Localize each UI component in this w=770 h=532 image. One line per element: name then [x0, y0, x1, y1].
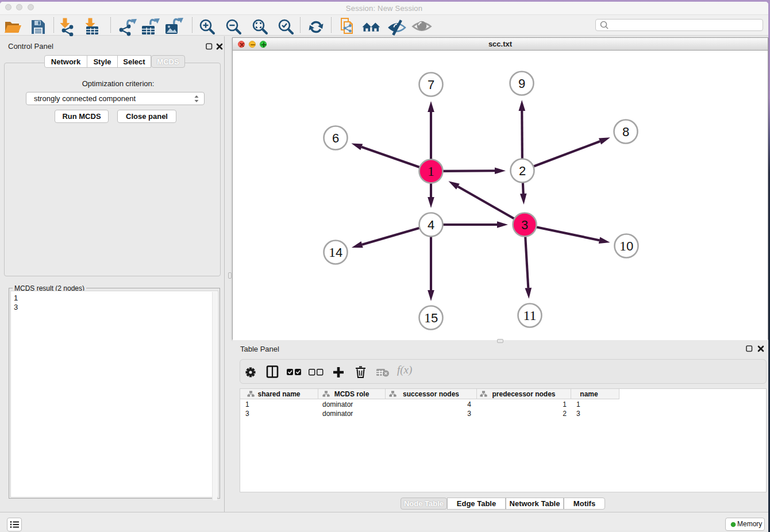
svg-text:14: 14: [329, 245, 342, 260]
svg-text:15: 15: [424, 310, 438, 325]
svg-text:11: 11: [523, 308, 536, 323]
svg-text:2: 2: [519, 164, 526, 178]
svg-text:7: 7: [428, 78, 434, 92]
svg-text:10: 10: [619, 238, 633, 253]
svg-text:1: 1: [428, 164, 434, 179]
svg-text:9: 9: [518, 76, 525, 91]
svg-text:3: 3: [521, 218, 528, 232]
svg-text:6: 6: [332, 131, 339, 145]
svg-text:4: 4: [428, 218, 434, 232]
svg-text:8: 8: [622, 125, 629, 139]
